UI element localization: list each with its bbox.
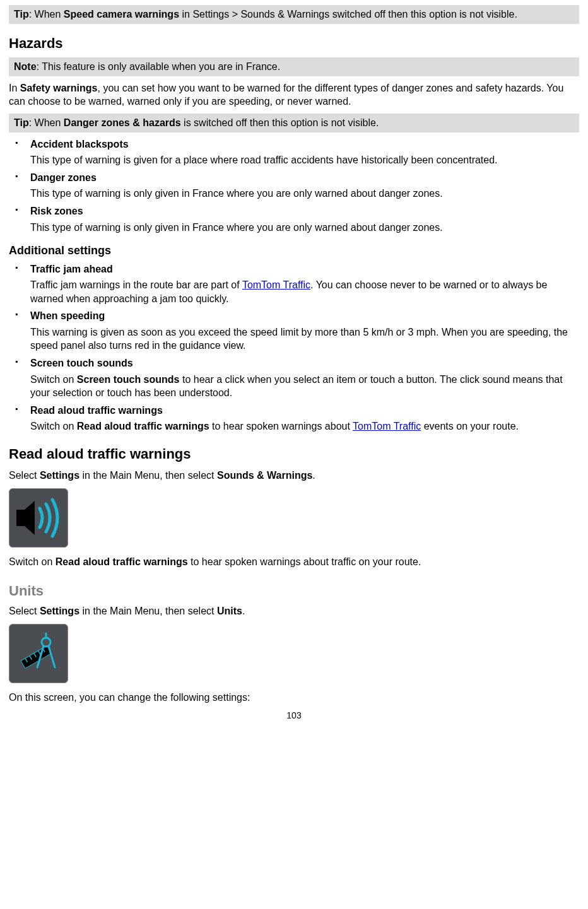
units-screen-text: On this screen, you can change the follo… xyxy=(9,691,579,705)
sounds-warnings-icon xyxy=(9,488,68,548)
list-item: Accident blackspots This type of warning… xyxy=(9,138,579,167)
additional-settings-list: Traffic jam ahead Traffic jam warnings i… xyxy=(9,262,579,434)
units-instruction: Select Settings in the Main Menu, then s… xyxy=(9,604,579,618)
read-aloud-heading: Read aloud traffic warnings xyxy=(9,445,579,464)
svg-line-8 xyxy=(49,646,55,667)
hazards-heading: Hazards xyxy=(9,34,579,53)
speaker-sound-icon xyxy=(13,496,64,540)
item-desc: This type of warning is only given in Fr… xyxy=(30,187,579,201)
tip-box-danger-zones: Tip: When Danger zones & hazards is swit… xyxy=(9,114,579,132)
note-text: : This feature is only available when yo… xyxy=(37,61,281,72)
item-desc: Traffic jam warnings in the route bar ar… xyxy=(30,278,579,305)
item-title: Accident blackspots xyxy=(30,138,579,151)
item-title: Traffic jam ahead xyxy=(30,262,579,276)
item-title: When speeding xyxy=(30,309,579,323)
item-desc: This type of warning is given for a plac… xyxy=(30,153,579,167)
tip-suffix: in Settings > Sounds & Warnings switched… xyxy=(179,9,517,20)
list-item: Risk zones This type of warning is only … xyxy=(9,204,579,234)
svg-rect-0 xyxy=(21,646,52,669)
tomtom-traffic-link[interactable]: TomTom Traffic xyxy=(242,279,310,290)
list-item: Danger zones This type of warning is onl… xyxy=(9,171,579,201)
tomtom-traffic-link[interactable]: TomTom Traffic xyxy=(353,421,421,431)
tip-box-speed-camera: Tip: When Speed camera warnings in Setti… xyxy=(9,5,579,24)
tip-prefix: : When xyxy=(29,9,64,20)
units-icon xyxy=(9,624,68,683)
list-item: Screen touch sounds Switch on Screen tou… xyxy=(9,356,579,400)
read-aloud-instruction: Select Settings in the Main Menu, then s… xyxy=(9,469,579,483)
read-aloud-switch-text: Switch on Read aloud traffic warnings to… xyxy=(9,555,579,569)
item-desc: Switch on Screen touch sounds to hear a … xyxy=(30,373,579,400)
page-number: 103 xyxy=(9,710,579,722)
item-title: Risk zones xyxy=(30,204,579,218)
list-item: Read aloud traffic warnings Switch on Re… xyxy=(9,404,579,433)
list-item: Traffic jam ahead Traffic jam warnings i… xyxy=(9,262,579,306)
units-heading: Units xyxy=(9,582,579,601)
intro-paragraph: In Safety warnings, you can set how you … xyxy=(9,81,579,108)
item-desc: Switch on Read aloud traffic warnings to… xyxy=(30,419,579,433)
note-box-france: Note: This feature is only available whe… xyxy=(9,57,579,76)
tip-label: Tip xyxy=(14,117,29,128)
item-desc: This type of warning is only given in Fr… xyxy=(30,221,579,235)
tip-label: Tip xyxy=(14,9,29,20)
additional-settings-heading: Additional settings xyxy=(9,243,579,258)
hazard-types-list: Accident blackspots This type of warning… xyxy=(9,138,579,235)
item-desc: This warning is given as soon as you exc… xyxy=(30,325,579,353)
item-title: Read aloud traffic warnings xyxy=(30,404,579,418)
list-item: When speeding This warning is given as s… xyxy=(9,309,579,353)
note-label: Note xyxy=(14,61,37,72)
item-title: Danger zones xyxy=(30,171,579,185)
ruler-compass-icon xyxy=(13,628,64,679)
item-title: Screen touch sounds xyxy=(30,356,579,370)
tip-bold: Speed camera warnings xyxy=(64,9,179,20)
